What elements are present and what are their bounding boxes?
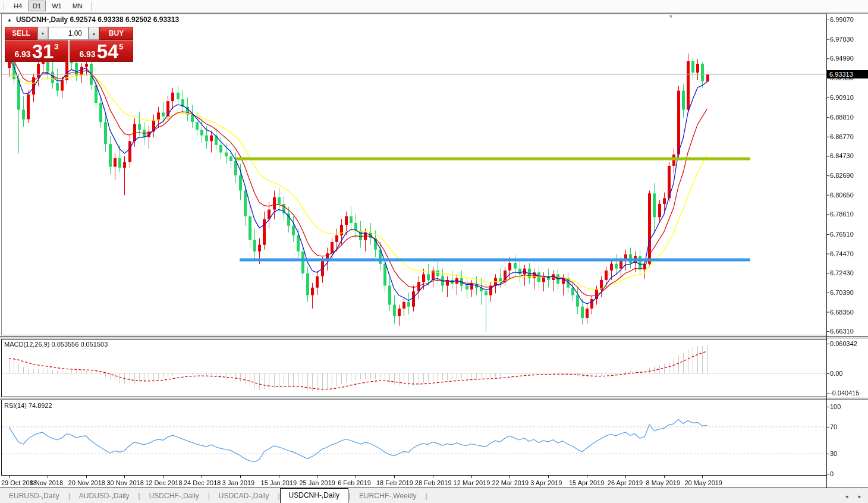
- price-axis-label: 6.86770: [830, 133, 854, 140]
- macd-axis-label: -0.040415: [830, 389, 860, 397]
- tab-usdcnh-daily[interactable]: USDCNH-,Daily: [280, 488, 348, 503]
- price-axis-label: 6.68350: [830, 309, 854, 316]
- price-axis-label: 6.84730: [830, 152, 854, 159]
- volume-decrease-button[interactable]: ▼: [37, 27, 48, 40]
- chart-tab-bar: EURUSD-,Daily|AUDUSD-,Daily|USDCHF-,Dail…: [0, 488, 868, 503]
- price-chart-canvas[interactable]: [0, 0, 868, 503]
- timeframe-buttons: H4D1W1MN: [8, 1, 87, 11]
- rsi-axis-label: 70: [830, 423, 837, 430]
- tab-audusd-daily[interactable]: AUDUSD-,Daily: [70, 489, 139, 503]
- buy-button[interactable]: BUY: [99, 27, 133, 40]
- chart-shift-marker-icon[interactable]: ▼: [668, 14, 674, 20]
- tab-eurusd-daily[interactable]: EURUSD-,Daily: [0, 489, 68, 503]
- tab-eurchf-weekly[interactable]: EURCHF-,Weekly: [350, 489, 425, 503]
- date-axis-label: 26 Apr 2019: [608, 479, 643, 486]
- rsi-axis-label: 100: [830, 403, 841, 410]
- price-axis-label: 6.72430: [830, 269, 854, 276]
- bid-price-sup: 3: [54, 42, 58, 51]
- collapse-chart-icon[interactable]: ▲: [7, 17, 12, 23]
- macd-axis-label: 0.00: [830, 370, 842, 377]
- rsi-axis-label: 0: [830, 470, 834, 477]
- date-axis-label: 20 Nov 2018: [68, 479, 105, 486]
- date-axis-label: 3 Jan 2019: [222, 479, 254, 486]
- tab-scroll-right-icon[interactable]: ►: [857, 494, 862, 499]
- chart-header: ▲ USDCNH-,Daily 6.92574 6.93338 6.92502 …: [7, 15, 179, 24]
- timeframe-mn[interactable]: MN: [68, 1, 87, 11]
- price-axis-label: 6.74470: [830, 250, 854, 257]
- current-price-tag: 6.93313: [827, 70, 868, 78]
- date-axis-label: 12 Mar 2019: [454, 479, 490, 486]
- date-axis-label: 15 Apr 2019: [569, 479, 604, 486]
- date-axis-label: 30 Nov 2018: [106, 479, 143, 486]
- price-axis-label: 6.76510: [830, 231, 854, 238]
- timeframe-d1[interactable]: D1: [28, 1, 46, 11]
- price-axis-label: 6.82690: [830, 172, 854, 179]
- date-axis-label: 8 May 2019: [646, 479, 680, 486]
- tab-scroll-arrows: ◄ ►: [844, 494, 862, 499]
- timeframe-h4[interactable]: H4: [9, 1, 27, 11]
- price-axis-label: 6.90910: [830, 94, 854, 101]
- ask-price-big: 54: [97, 42, 119, 61]
- price-axis-label: 6.97030: [830, 36, 854, 43]
- date-axis-label: 8 Nov 2018: [30, 479, 63, 486]
- bid-price-big: 31: [32, 42, 54, 61]
- date-axis-label: 3 Apr 2019: [530, 479, 562, 486]
- bid-price-tile[interactable]: 6.93 31 3: [5, 40, 68, 62]
- date-axis-label: 22 Mar 2019: [492, 479, 529, 486]
- timeframe-w1[interactable]: W1: [47, 1, 67, 11]
- price-axis-label: 6.66310: [830, 328, 854, 335]
- date-axis-label: 24 Dec 2018: [184, 479, 221, 486]
- price-axis-label: 6.80650: [830, 191, 854, 199]
- price-axis-label: 6.94990: [830, 55, 854, 62]
- date-axis-label: 25 Jan 2019: [299, 479, 335, 486]
- tab-usdchf-daily[interactable]: USDCHF-,Daily: [140, 489, 208, 503]
- mt4-window: H4D1W1MN ▲ USDCNH-,Daily 6.92574 6.93338…: [0, 0, 868, 503]
- date-axis-label: 20 May 2019: [684, 479, 722, 486]
- volume-increase-button[interactable]: ▲: [89, 27, 99, 40]
- rsi-indicator-label: RSI(14) 74.8922: [4, 402, 52, 409]
- macd-axis-label: 0.060342: [830, 340, 857, 347]
- volume-input[interactable]: [48, 27, 89, 40]
- tab-usdcad-daily[interactable]: USDCAD-,Daily: [210, 489, 278, 503]
- date-axis-label: 6 Feb 2019: [338, 479, 371, 486]
- ask-price-sup: 5: [119, 42, 123, 51]
- date-axis-label: 28 Feb 2019: [415, 479, 452, 486]
- date-axis-label: 15 Jan 2019: [261, 479, 297, 486]
- date-axis-label: 12 Dec 2018: [145, 479, 182, 486]
- price-axis-label: 6.78610: [830, 210, 854, 218]
- chart-tabs: EURUSD-,Daily|AUDUSD-,Daily|USDCHF-,Dail…: [0, 488, 427, 503]
- tab-separator: |: [425, 492, 427, 503]
- sell-button[interactable]: SELL: [5, 27, 37, 40]
- rsi-axis-label: 30: [830, 450, 837, 457]
- bid-price-prefix: 6.93: [14, 49, 30, 59]
- one-click-trade-widget: SELL ▼ ▲ BUY 6.93 31 3 6.93 54 5: [5, 27, 133, 62]
- toolbar-separator: [4, 2, 4, 11]
- chart-title: USDCNH-,Daily 6.92574 6.93338 6.92502 6.…: [16, 15, 179, 24]
- price-axis-label: 6.88810: [830, 114, 854, 121]
- price-axis-label: 6.70390: [830, 289, 854, 296]
- timeframe-toolbar: H4D1W1MN: [0, 0, 868, 12]
- date-axis-label: 18 Feb 2019: [376, 479, 413, 486]
- price-axis-label: 6.99070: [830, 16, 854, 23]
- toolbar-separator: [91, 2, 92, 11]
- macd-indicator-label: MACD(12,26,9) 0.053556 0.051503: [4, 341, 108, 348]
- ask-price-prefix: 6.93: [79, 49, 95, 59]
- tab-scroll-left-icon[interactable]: ◄: [844, 494, 849, 499]
- ask-price-tile[interactable]: 6.93 54 5: [70, 40, 133, 62]
